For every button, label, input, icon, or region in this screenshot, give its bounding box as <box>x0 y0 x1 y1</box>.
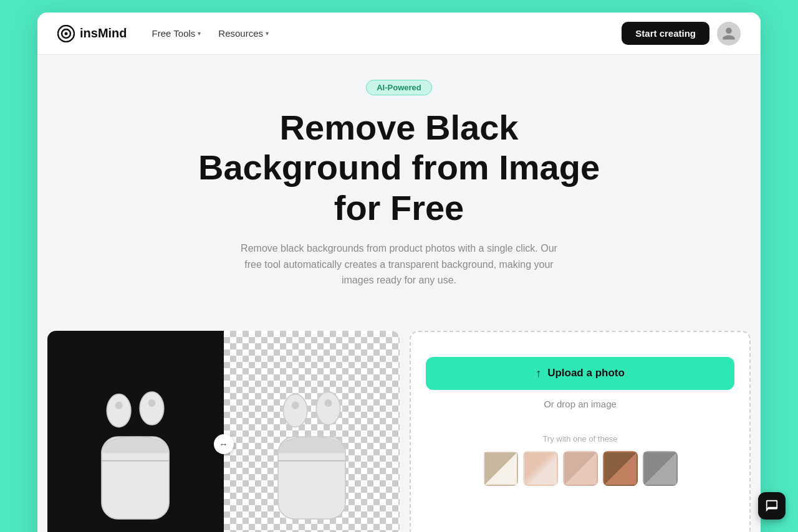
resize-icon: ↔ <box>219 439 228 449</box>
upload-photo-button[interactable]: ↑ Upload a photo <box>426 357 734 390</box>
upload-panel: ↑ Upload a photo Or drop an image Try wi… <box>410 331 751 532</box>
chevron-down-icon: ▾ <box>198 30 201 37</box>
demo-image: ↔ After <box>47 331 400 532</box>
logo-icon <box>57 25 75 42</box>
sample-thumb-2[interactable] <box>523 451 558 486</box>
svg-point-14 <box>324 399 332 407</box>
demo-after <box>224 331 400 532</box>
svg-point-6 <box>115 402 123 409</box>
svg-point-13 <box>316 392 340 425</box>
upload-icon: ↑ <box>536 367 541 380</box>
svg-point-2 <box>65 32 68 35</box>
slider-handle[interactable]: ↔ <box>214 434 234 454</box>
ai-badge: AI-Powered <box>366 80 432 95</box>
sample-thumb-5[interactable] <box>643 451 678 486</box>
start-creating-button[interactable]: Start creating <box>622 22 709 45</box>
chevron-down-icon: ▾ <box>266 30 269 37</box>
airpod-after <box>224 331 400 532</box>
chat-widget[interactable] <box>758 492 761 520</box>
hero-title: Remove Black Background from Image for F… <box>57 108 741 228</box>
nav-right: Start creating <box>622 22 741 45</box>
app-window: insMind Free Tools ▾ Resources ▾ Start c… <box>37 12 761 532</box>
demo-image-wrap: ↔ After <box>47 331 400 532</box>
svg-point-7 <box>140 392 163 425</box>
content-row: ↔ After ↑ Upload a photo Or drop an imag… <box>37 331 761 532</box>
sample-thumb-4[interactable] <box>603 451 638 486</box>
try-label: Try with one of these <box>542 434 617 444</box>
user-icon <box>721 26 736 41</box>
svg-point-11 <box>283 394 307 427</box>
nav-free-tools[interactable]: Free Tools ▾ <box>152 28 201 39</box>
sample-thumb-3[interactable] <box>563 451 598 486</box>
nav-resources[interactable]: Resources ▾ <box>218 28 269 39</box>
logo-text: insMind <box>80 26 127 40</box>
hero-subtitle: Remove black backgrounds from product ph… <box>237 240 561 288</box>
sample-thumb-1[interactable] <box>483 451 518 486</box>
drop-text: Or drop an image <box>544 399 617 409</box>
sample-images <box>483 451 678 486</box>
navbar: insMind Free Tools ▾ Resources ▾ Start c… <box>37 12 761 55</box>
svg-point-8 <box>148 399 156 407</box>
airpod-before <box>47 331 224 532</box>
svg-point-5 <box>107 394 131 427</box>
nav-links: Free Tools ▾ Resources ▾ <box>152 28 622 39</box>
svg-point-12 <box>291 402 299 409</box>
demo-before <box>47 331 224 532</box>
logo[interactable]: insMind <box>57 25 127 42</box>
hero-section: AI-Powered Remove Black Background from … <box>37 55 761 331</box>
avatar[interactable] <box>717 22 741 45</box>
